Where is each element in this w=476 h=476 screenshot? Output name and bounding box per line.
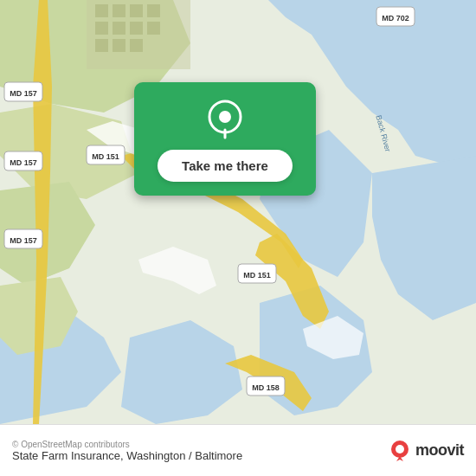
svg-rect-24 xyxy=(147,22,160,35)
moovit-text: moovit xyxy=(415,441,464,460)
svg-text:MD 157: MD 157 xyxy=(10,89,37,98)
take-me-there-button[interactable]: Take me there xyxy=(158,150,293,182)
svg-text:MD 157: MD 157 xyxy=(10,158,37,167)
svg-rect-19 xyxy=(130,4,143,17)
map-background: MD 157 MD 157 MD 157 MD 151 MD 151 MD 70… xyxy=(0,0,476,424)
svg-rect-26 xyxy=(113,39,125,52)
svg-rect-23 xyxy=(130,22,143,35)
svg-rect-17 xyxy=(95,4,108,17)
info-left: © OpenStreetMap contributors State Farm … xyxy=(12,440,242,462)
svg-rect-22 xyxy=(113,22,125,35)
svg-text:MD 158: MD 158 xyxy=(252,383,280,392)
svg-text:MD 702: MD 702 xyxy=(382,14,409,23)
svg-rect-21 xyxy=(95,22,108,35)
svg-text:MD 151: MD 151 xyxy=(243,271,271,280)
svg-text:MD 157: MD 157 xyxy=(10,236,37,245)
svg-rect-25 xyxy=(95,39,108,52)
location-name: State Farm Insurance, Washington / Balti… xyxy=(12,449,242,462)
svg-rect-20 xyxy=(147,4,160,17)
location-card: Take me there xyxy=(134,82,316,196)
map-container: MD 157 MD 157 MD 157 MD 151 MD 151 MD 70… xyxy=(0,0,476,424)
info-bar: © OpenStreetMap contributors State Farm … xyxy=(0,424,476,476)
svg-point-31 xyxy=(396,445,404,453)
moovit-brand-icon xyxy=(388,439,412,463)
location-pin-icon xyxy=(203,98,247,141)
svg-rect-27 xyxy=(130,39,143,52)
moovit-logo: moovit xyxy=(388,439,464,463)
svg-point-29 xyxy=(219,111,231,123)
osm-credit: © OpenStreetMap contributors xyxy=(12,440,242,449)
svg-rect-18 xyxy=(113,4,125,17)
svg-text:MD 151: MD 151 xyxy=(92,152,119,161)
